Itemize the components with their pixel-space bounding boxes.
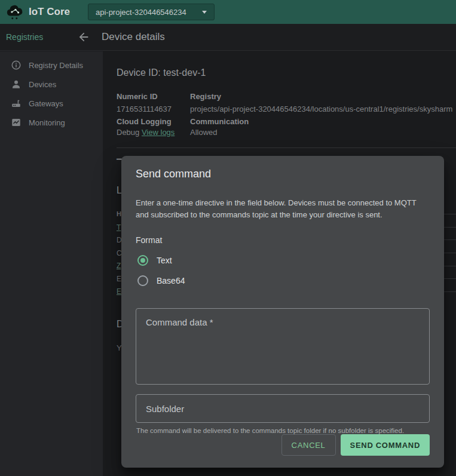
table-row-fragment: E [117, 275, 121, 283]
sidebar-item-gateways[interactable]: Gateways [0, 94, 103, 113]
sidebar-item-label: Devices [29, 80, 56, 89]
field-label-communication: Communication [190, 117, 249, 126]
send-command-dialog: Send command Enter a one-time directive … [121, 156, 444, 468]
field-label-cloud-logging: Cloud Logging [117, 117, 172, 126]
table-row-line [444, 266, 456, 266]
sidebar-item-label: Gateways [29, 99, 63, 108]
section-divider [117, 148, 456, 148]
page-header: Registries Device details [0, 24, 456, 51]
field-label-numeric-id: Numeric ID [117, 92, 158, 101]
dialog-title: Send command [136, 168, 430, 180]
radio-unselected-icon[interactable] [137, 275, 148, 286]
table-row-line [444, 239, 456, 240]
table-row-fragment[interactable]: E [117, 287, 121, 296]
app-title: IoT Core [29, 6, 70, 18]
subfolder-input[interactable] [136, 394, 430, 423]
radio-label: Base64 [157, 276, 185, 285]
sidebar: Registry Details Devices Gateways Monito… [0, 51, 103, 476]
back-button[interactable] [73, 26, 94, 48]
sidebar-item-monitoring[interactable]: Monitoring [0, 113, 103, 132]
iot-core-logo-icon [5, 3, 25, 21]
table-row-line [444, 278, 456, 279]
device-id-title: Device ID: test-dev-1 [117, 67, 206, 78]
table-row-fragment[interactable]: Z [117, 262, 121, 270]
back-arrow-icon [77, 30, 90, 44]
format-option-text[interactable]: Text [136, 253, 430, 268]
field-value-registry: projects/api-project-320446546234/locati… [190, 105, 456, 113]
sidebar-item-devices[interactable]: Devices [0, 75, 103, 94]
table-row-line [444, 214, 456, 214]
dialog-actions: CANCEL SEND COMMAND [136, 434, 430, 456]
project-selector[interactable]: api-project-320446546234 [88, 4, 215, 20]
project-selector-label: api-project-320446546234 [96, 8, 186, 17]
radio-label: Text [157, 256, 172, 265]
send-command-button[interactable]: SEND COMMAND [341, 434, 430, 456]
field-value-numeric-id: 1716531114637 [117, 105, 172, 113]
person-icon [11, 79, 22, 90]
sidebar-item-label: Monitoring [29, 118, 65, 127]
view-logs-link[interactable]: View logs [142, 128, 175, 137]
table-row-fragment[interactable]: T [117, 223, 121, 232]
cancel-button[interactable]: CANCEL [281, 434, 336, 456]
chevron-down-icon [202, 11, 207, 14]
table-row-line [444, 253, 456, 253]
breadcrumb-registries[interactable]: Registries [6, 32, 68, 42]
field-value-communication: Allowed [190, 128, 218, 137]
format-label: Format [136, 235, 430, 245]
table-row-line [444, 227, 456, 228]
format-option-base64[interactable]: Base64 [136, 274, 430, 288]
field-value-cloud-logging: Debug View logs [117, 128, 175, 137]
info-icon [11, 60, 22, 70]
cloud-logging-level: Debug [117, 128, 139, 137]
router-icon [11, 98, 22, 109]
page-title: Device details [102, 31, 165, 43]
table-row-line [444, 291, 456, 292]
chart-icon [11, 117, 22, 128]
subfolder-helper-text: The command will be delivered to the com… [136, 427, 430, 434]
field-label-registry: Registry [190, 92, 221, 101]
dialog-description: Enter a one-time directive in the field … [136, 197, 430, 221]
table-header-fragment: H [117, 210, 121, 217]
topbar: IoT Core api-project-320446546234 [0, 0, 456, 24]
sidebar-item-label: Registry Details [29, 61, 83, 70]
sidebar-item-registry-details[interactable]: Registry Details [0, 56, 103, 75]
command-data-input[interactable] [136, 308, 430, 385]
radio-selected-icon[interactable] [137, 255, 148, 266]
